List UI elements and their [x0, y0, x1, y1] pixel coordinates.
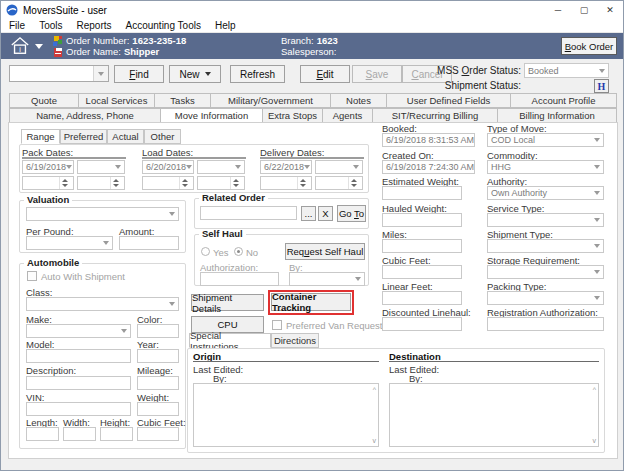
per-pound-select[interactable] — [26, 236, 113, 250]
scroll-down-icon[interactable]: v — [373, 437, 377, 444]
delivery-date-2-select[interactable] — [315, 160, 363, 174]
tab-move-information[interactable]: Move Information — [161, 108, 263, 123]
self-haul-no-radio[interactable] — [234, 247, 243, 256]
length-field[interactable] — [26, 427, 59, 441]
order-search-combo[interactable] — [9, 65, 109, 82]
home-button[interactable]: i — [8, 36, 46, 56]
destination-instructions-textarea[interactable]: ^ v — [389, 383, 599, 447]
tab-notes[interactable]: Notes — [331, 93, 387, 108]
pack-time-spinner[interactable] — [22, 176, 74, 190]
spinner-down-icon[interactable] — [351, 184, 357, 187]
spinner-up-icon[interactable] — [300, 179, 306, 182]
container-tracking-button[interactable]: Container Tracking — [271, 293, 351, 311]
service-type-select[interactable] — [487, 213, 604, 227]
spinner-up-icon[interactable] — [62, 179, 68, 182]
tab-military-government[interactable]: Military/Government — [211, 93, 331, 108]
scroll-up-icon[interactable]: ^ — [373, 386, 376, 393]
maximize-icon[interactable]: ▢ — [571, 1, 597, 19]
width-field[interactable] — [63, 427, 96, 441]
tab-name-address-phone[interactable]: Name, Address, Phone — [9, 108, 161, 123]
subtab-other[interactable]: Other — [144, 129, 181, 144]
packing-type-select[interactable] — [487, 291, 604, 305]
tab-user-defined-fields[interactable]: User Defined Fields — [387, 93, 511, 108]
height-field[interactable] — [100, 427, 133, 441]
request-self-haul-button[interactable]: Request Self Haul — [285, 243, 365, 260]
pack-time-2-spinner[interactable] — [77, 176, 125, 190]
subtab-range[interactable]: Range — [21, 129, 60, 144]
scroll-down-icon[interactable]: v — [593, 437, 597, 444]
menu-file[interactable]: File — [9, 20, 25, 31]
delivery-date-select[interactable]: 6/22/2018 — [260, 160, 312, 174]
book-order-button[interactable]: Book Order — [561, 37, 617, 55]
spinner-up-icon[interactable] — [182, 179, 188, 182]
tab-agents[interactable]: Agents — [323, 108, 373, 123]
authorization-field[interactable] — [200, 272, 279, 286]
find-button[interactable]: Find — [114, 65, 164, 83]
tab-special-instructions[interactable]: Special Instructions — [189, 333, 271, 348]
subtab-preferred[interactable]: Preferred — [60, 129, 107, 144]
self-haul-yes-radio[interactable] — [201, 247, 210, 256]
year-field[interactable] — [137, 349, 179, 363]
vin-field[interactable] — [26, 402, 131, 416]
mileage-field[interactable] — [137, 376, 179, 390]
spinner-control[interactable] — [348, 177, 359, 189]
auto-cubic-feet-field[interactable] — [137, 427, 179, 441]
order-search-input[interactable] — [10, 67, 93, 80]
menu-help[interactable]: Help — [215, 20, 236, 31]
related-order-clear-button[interactable]: X — [318, 206, 333, 221]
spinner-down-icon[interactable] — [113, 184, 119, 187]
menu-accounting-tools[interactable]: Accounting Tools — [126, 20, 201, 31]
minimize-icon[interactable]: ─ — [545, 1, 571, 19]
spinner-down-icon[interactable] — [300, 184, 306, 187]
class-select[interactable] — [26, 297, 179, 311]
load-time-spinner[interactable] — [142, 176, 194, 190]
miles-field[interactable] — [382, 239, 462, 253]
commodity-select[interactable]: HHG — [487, 160, 604, 174]
authority-select[interactable]: Own Authority — [487, 186, 604, 200]
related-order-field[interactable] — [200, 206, 297, 220]
model-field[interactable] — [26, 349, 131, 363]
shipment-type-select[interactable] — [487, 239, 604, 253]
preferred-van-checkbox[interactable] — [272, 320, 282, 330]
storage-requirement-select[interactable] — [487, 265, 604, 279]
menu-tools[interactable]: Tools — [39, 20, 62, 31]
search-dropdown-button[interactable] — [93, 66, 108, 81]
spinner-up-icon[interactable] — [113, 179, 119, 182]
related-order-browse-button[interactable]: ... — [301, 206, 316, 221]
origin-instructions-textarea[interactable]: ^ v — [193, 383, 379, 447]
auto-with-shipment-checkbox[interactable] — [27, 271, 37, 281]
make-select[interactable] — [26, 324, 131, 338]
refresh-button[interactable]: Refresh — [230, 65, 285, 83]
by-select[interactable] — [289, 272, 365, 286]
subtab-actual[interactable]: Actual — [107, 129, 144, 144]
tab-directions[interactable]: Directions — [271, 333, 319, 348]
spinner-down-icon[interactable] — [62, 184, 68, 187]
menu-reports[interactable]: Reports — [76, 20, 111, 31]
spinner-up-icon[interactable] — [233, 179, 239, 182]
spinner-control[interactable] — [110, 177, 121, 189]
tab-tasks[interactable]: Tasks — [155, 93, 211, 108]
description-field[interactable] — [26, 376, 131, 390]
spinner-up-icon[interactable] — [351, 179, 357, 182]
amount-field[interactable] — [119, 236, 179, 250]
history-button[interactable]: H — [594, 79, 609, 93]
tab-extra-stops[interactable]: Extra Stops — [263, 108, 323, 123]
registration-authorization-field[interactable] — [487, 317, 604, 331]
goto-button[interactable]: Go To — [337, 205, 366, 222]
discounted-linehaul-field[interactable] — [382, 317, 462, 331]
pack-date-2-select[interactable] — [77, 160, 125, 174]
spinner-down-icon[interactable] — [182, 184, 188, 187]
edit-button[interactable]: Edit — [300, 65, 350, 83]
cubic-feet-field[interactable] — [382, 265, 462, 279]
weight-field[interactable] — [137, 402, 179, 416]
delivery-time-spinner[interactable] — [260, 176, 312, 190]
hauled-weight-field[interactable] — [382, 213, 462, 227]
close-icon[interactable]: ✕ — [597, 1, 623, 19]
mss-order-status-select[interactable]: Booked — [524, 63, 609, 78]
delivery-time-2-spinner[interactable] — [315, 176, 363, 190]
tab-sit-recurring-billing[interactable]: SIT/Recurring Billing — [373, 108, 498, 123]
spinner-control[interactable] — [297, 177, 308, 189]
linear-feet-field[interactable] — [382, 291, 462, 305]
load-date-2-select[interactable] — [197, 160, 245, 174]
scroll-up-icon[interactable]: ^ — [593, 386, 596, 393]
